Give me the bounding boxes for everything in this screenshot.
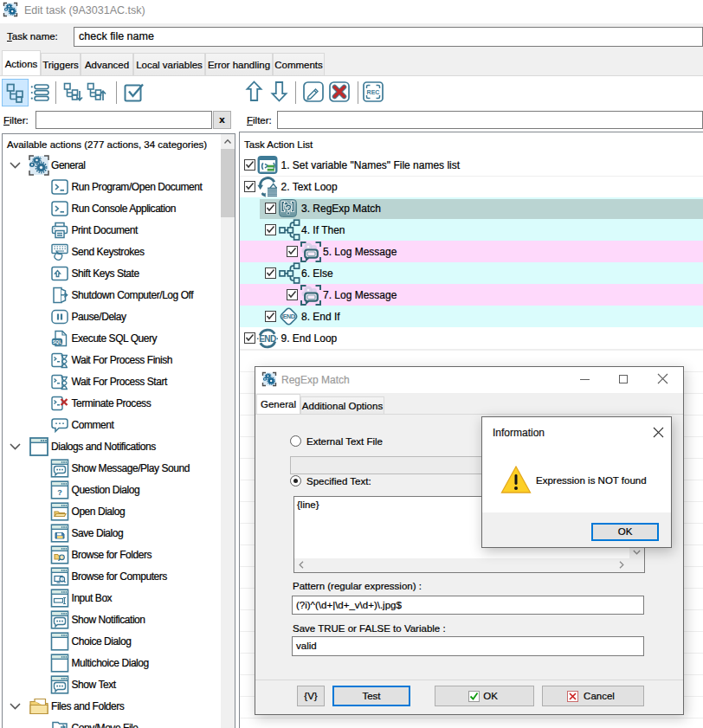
svg-text:END: END: [282, 313, 294, 319]
svg-text:?: ?: [57, 488, 62, 497]
svg-text:END: END: [259, 334, 276, 344]
svg-text:REC: REC: [367, 89, 380, 95]
svg-text:SQL: SQL: [52, 338, 61, 344]
